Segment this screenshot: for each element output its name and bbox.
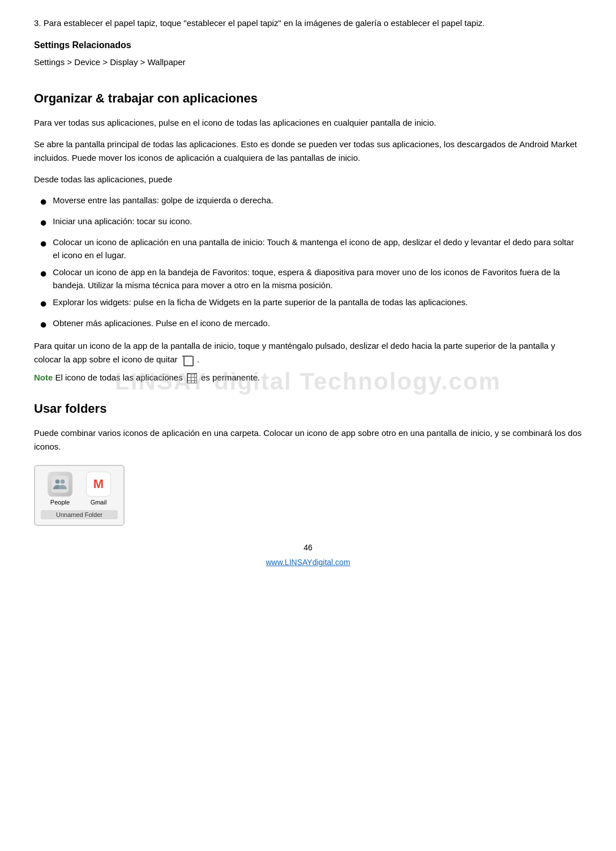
svg-rect-0 xyxy=(52,476,69,493)
settings-path: Settings > Device > Display > Wallpaper xyxy=(34,56,582,69)
bullet-dot: ● xyxy=(40,213,47,232)
bullet-dot: ● xyxy=(40,234,47,253)
note-text-part2: es permanente. xyxy=(201,373,260,382)
remove-text-after: . xyxy=(197,354,199,364)
remove-icon xyxy=(182,354,193,366)
remove-icon-paragraph: Para quitar un icono de la app de la pan… xyxy=(34,339,582,366)
section2-para1: Puede combinar varios iconos de aplicaci… xyxy=(34,426,582,454)
folder-section: Usar folders Puede combinar varios icono… xyxy=(34,401,582,526)
gmail-label: Gmail xyxy=(91,499,107,506)
note-paragraph: Note El icono de todas las aplicaciones … xyxy=(34,371,582,384)
list-item: ● Iniciar una aplicación: tocar su icono… xyxy=(40,215,582,232)
gmail-m-icon: M xyxy=(93,477,104,491)
people-label: People xyxy=(50,499,70,506)
footer-website: www.LINSAYdigital.com xyxy=(34,558,582,567)
page-number: 46 xyxy=(34,543,582,552)
grid-icon xyxy=(187,373,197,383)
section2-heading: Usar folders xyxy=(34,401,582,416)
people-icon-box xyxy=(48,472,72,497)
note-keyword: Note xyxy=(34,373,53,382)
people-app-icon: People xyxy=(48,472,72,506)
list-item: ● Moverse entre las pantallas: golpe de … xyxy=(40,194,582,211)
note-text-part1: El icono de todas las aplicaciones xyxy=(55,373,183,382)
list-item: ● Colocar un icono de aplicación en una … xyxy=(40,236,582,262)
bullet-text: Obtener más aplicaciones. Pulse en el ic… xyxy=(53,317,270,330)
bullet-text: Iniciar una aplicación: tocar su icono. xyxy=(53,215,192,228)
bullet-text: Moverse entre las pantallas: golpe de iz… xyxy=(53,194,273,207)
people-svg-icon xyxy=(52,476,69,493)
folder-name-label: Unnamed Folder xyxy=(41,510,118,519)
section1-para2: Se abre la pantalla principal de todas l… xyxy=(34,138,582,165)
settings-related-title: Settings Relacionados xyxy=(34,40,582,50)
bullet-dot: ● xyxy=(40,315,47,333)
section1-para3: Desde todas las aplicaciones, puede xyxy=(34,173,582,186)
bullet-dot: ● xyxy=(40,192,47,211)
list-item: ● Obtener más aplicaciones. Pulse en el … xyxy=(40,317,582,333)
list-item: ● Colocar un icono de app en la bandeja … xyxy=(40,266,582,292)
bullet-list: ● Moverse entre las pantallas: golpe de … xyxy=(34,194,582,333)
bullet-text: Colocar un icono de app en la bandeja de… xyxy=(53,266,582,292)
section1-heading: Organizar & trabajar con aplicaciones xyxy=(34,91,582,106)
bullet-text: Explorar los widgets: pulse en la ficha … xyxy=(53,296,468,309)
folder-image: People M Gmail Unnamed Folder xyxy=(34,465,125,526)
gmail-icon-box: M xyxy=(86,472,111,497)
bullet-dot: ● xyxy=(40,264,47,283)
svg-point-2 xyxy=(61,480,65,484)
intro-paragraph: 3. Para establecer el papel tapiz, toque… xyxy=(34,17,582,30)
bullet-text: Colocar un icono de aplicación en una pa… xyxy=(53,236,582,262)
section1-para1: Para ver todas sus aplicaciones, pulse e… xyxy=(34,116,582,130)
gmail-app-icon: M Gmail xyxy=(86,472,111,506)
bullet-dot: ● xyxy=(40,294,47,313)
folder-icons-row: People M Gmail xyxy=(41,472,118,506)
list-item: ● Explorar los widgets: pulse en la fich… xyxy=(40,296,582,313)
svg-point-1 xyxy=(55,480,60,484)
remove-text-before: Para quitar un icono de la app de la pan… xyxy=(34,341,555,364)
